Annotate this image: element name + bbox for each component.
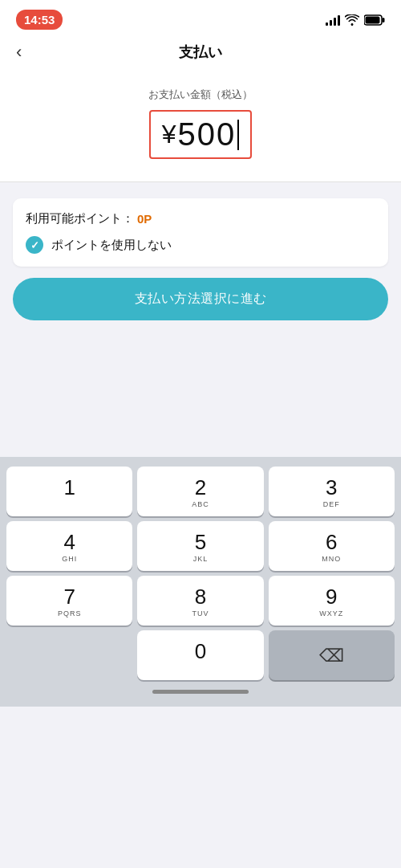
key-6[interactable]: 6 MNO: [269, 521, 395, 571]
status-icons: [326, 14, 385, 26]
keyboard: 1 2 ABC 3 DEF 4 GHI 5 JKL 6 MNO 7 PQRS: [0, 457, 401, 683]
home-indicator: [0, 683, 401, 707]
points-row: 利用可能ポイント： 0P: [26, 211, 375, 226]
key-empty: [6, 630, 132, 680]
signal-icon: [326, 14, 340, 26]
key-9[interactable]: 9 WXYZ: [269, 576, 395, 626]
battery-icon: [364, 14, 385, 26]
status-bar: 14:53: [0, 0, 401, 36]
amount-input[interactable]: ¥ 500: [149, 110, 253, 159]
svg-rect-2: [366, 16, 380, 23]
back-button[interactable]: ‹: [16, 42, 22, 63]
key-1[interactable]: 1: [6, 467, 132, 516]
key-7[interactable]: 7 PQRS: [6, 576, 132, 626]
proceed-button[interactable]: 支払い方法選択に進む: [13, 278, 388, 320]
svg-rect-1: [383, 18, 385, 22]
key-3[interactable]: 3 DEF: [269, 467, 395, 516]
wifi-icon: [345, 14, 359, 26]
spacer: [0, 336, 401, 457]
points-value: 0P: [137, 212, 152, 226]
key-4[interactable]: 4 GHI: [6, 521, 132, 571]
points-card: 利用可能ポイント： 0P ✓ ポイントを使用しない: [13, 198, 388, 267]
status-time: 14:53: [16, 10, 63, 30]
nav-title: 支払い: [179, 43, 222, 62]
amount-section: お支払い金額（税込） ¥ 500: [0, 71, 401, 182]
nav-bar: ‹ 支払い: [0, 36, 401, 71]
points-option-label: ポイントを使用しない: [51, 238, 172, 253]
key-8[interactable]: 8 TUV: [137, 576, 263, 626]
yen-symbol: ¥: [162, 120, 176, 149]
cursor: [237, 120, 239, 150]
amount-value: 500: [178, 116, 237, 153]
key-2[interactable]: 2 ABC: [137, 467, 263, 516]
amount-label: お支払い金額（税込）: [148, 88, 253, 102]
key-0[interactable]: 0: [137, 630, 263, 680]
points-option[interactable]: ✓ ポイントを使用しない: [26, 236, 375, 254]
keyboard-grid: 1 2 ABC 3 DEF 4 GHI 5 JKL 6 MNO 7 PQRS: [3, 463, 398, 683]
check-icon: ✓: [26, 236, 43, 254]
points-label: 利用可能ポイント：: [26, 211, 134, 226]
delete-key[interactable]: ⌫: [269, 630, 395, 680]
delete-icon: ⌫: [319, 646, 344, 666]
key-5[interactable]: 5 JKL: [137, 521, 263, 571]
home-bar: [152, 690, 249, 694]
content-area: 利用可能ポイント： 0P ✓ ポイントを使用しない 支払い方法選択に進む: [0, 182, 401, 336]
